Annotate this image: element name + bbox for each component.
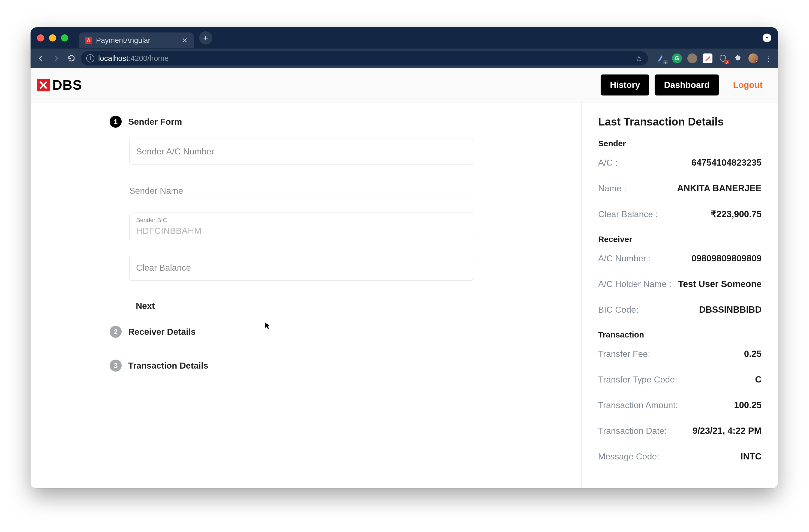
last-transaction-panel: Last Transaction Details Sender A/C : 64… [582, 102, 778, 488]
kv-transfer-fee: Transfer Fee: 0.25 [598, 349, 761, 359]
page-content: DBS History Dashboard Logout 1 Sender Fo… [31, 68, 778, 488]
window-fullscreen-icon[interactable] [61, 34, 68, 41]
value: 9/23/21, 4:22 PM [692, 426, 761, 436]
titlebar: A PaymentAngular ✕ + [31, 27, 778, 49]
sender-section-label: Sender [598, 139, 761, 148]
step-body: Sender BIC HDFCINBBAHM Next [116, 133, 568, 326]
sender-name-field[interactable] [129, 178, 473, 199]
main-content: 1 Sender Form Sender BIC HDFCINBBAHM [31, 102, 778, 488]
value: ANKITA BANERJEE [677, 183, 761, 193]
extension-badge: 0 [724, 60, 729, 64]
tab-close-icon[interactable]: ✕ [182, 36, 188, 45]
sender-name-input[interactable] [129, 186, 473, 196]
app-header: DBS History Dashboard Logout [31, 68, 778, 102]
extension-icon[interactable]: 7 [657, 53, 667, 63]
label: A/C Number : [598, 254, 651, 263]
step-sender-form[interactable]: 1 Sender Form [110, 116, 568, 128]
step-number: 1 [110, 116, 122, 128]
logout-link[interactable]: Logout [724, 80, 771, 90]
value: 64754104823235 [691, 157, 761, 168]
kv-transfer-type: Transfer Type Code: C [598, 374, 761, 385]
step-transaction-details[interactable]: 3 Transaction Details [110, 360, 568, 372]
label: Transaction Amount: [598, 400, 678, 410]
value: Test User Someone [678, 279, 761, 289]
bookmark-star-icon[interactable]: ☆ [635, 54, 643, 63]
value: 100.25 [734, 400, 761, 410]
value: INTC [741, 451, 761, 462]
kv-transaction-date: Transaction Date: 9/23/21, 4:22 PM [598, 426, 761, 436]
extension-circle-icon[interactable] [687, 53, 697, 63]
step-label: Transaction Details [128, 361, 208, 371]
step-number: 2 [110, 326, 122, 338]
grammarly-icon[interactable]: G [672, 53, 682, 63]
forward-icon[interactable] [50, 52, 62, 64]
step-label: Receiver Details [128, 327, 195, 337]
kebab-menu-icon[interactable]: ⋮ [764, 53, 774, 63]
label: Clear Balance : [598, 209, 658, 219]
value: ₹223,900.75 [711, 209, 761, 219]
profile-avatar-icon[interactable]: 0 [748, 53, 758, 63]
sender-ac-field[interactable] [129, 139, 473, 165]
browser-window: A PaymentAngular ✕ + i localhost:4200/ho… [31, 27, 778, 488]
kv-sender-ac: A/C : 64754104823235 [598, 157, 761, 168]
kv-message-code: Message Code: INTC [598, 451, 761, 462]
kv-receiver-holder: A/C Holder Name : Test User Someone [598, 279, 761, 289]
sender-bic-field: Sender BIC HDFCINBBAHM [129, 212, 473, 241]
kv-sender-balance: Clear Balance : ₹223,900.75 [598, 209, 761, 219]
dashboard-button[interactable]: Dashboard [655, 74, 719, 96]
label: BIC Code: [598, 305, 638, 315]
back-icon[interactable] [35, 52, 47, 64]
address-bar: i localhost:4200/home ☆ 7 G 0 [31, 49, 778, 68]
reload-icon[interactable] [66, 52, 78, 64]
clear-balance-input[interactable] [136, 263, 466, 273]
site-info-icon[interactable]: i [86, 54, 94, 63]
label: Message Code: [598, 451, 659, 462]
chevron-down-icon[interactable] [763, 34, 771, 42]
history-button[interactable]: History [601, 74, 649, 96]
step-label: Sender Form [128, 117, 182, 127]
extension-square-icon[interactable] [703, 53, 712, 63]
extensions-puzzle-icon[interactable] [733, 53, 743, 63]
label: A/C Holder Name : [598, 279, 672, 289]
panel-title: Last Transaction Details [598, 116, 761, 128]
kv-receiver-bic: BIC Code: DBSSINBBIBD [598, 305, 761, 315]
kv-sender-name: Name : ANKITA BANERJEE [598, 183, 761, 193]
stepper-form: 1 Sender Form Sender BIC HDFCINBBAHM [31, 102, 582, 488]
label: Transaction Date: [598, 426, 667, 436]
sender-bic-label: Sender BIC [136, 217, 466, 224]
angular-favicon-icon: A [85, 37, 92, 44]
value: C [755, 374, 761, 385]
step-number: 3 [110, 360, 122, 372]
label: Transfer Fee: [598, 349, 650, 359]
browser-tab[interactable]: A PaymentAngular ✕ [79, 33, 194, 48]
label: A/C : [598, 158, 618, 168]
sender-ac-input[interactable] [136, 147, 466, 157]
receiver-section-label: Receiver [598, 235, 761, 244]
step-connector [116, 343, 568, 360]
tab-title: PaymentAngular [96, 36, 151, 45]
window-minimize-icon[interactable] [49, 34, 56, 41]
step-receiver-details[interactable]: 2 Receiver Details [110, 326, 568, 338]
extension-badge: 7 [664, 60, 668, 64]
sender-bic-value: HDFCINBBAHM [136, 226, 466, 236]
brand[interactable]: DBS [37, 77, 82, 93]
clear-balance-field[interactable] [129, 255, 473, 281]
value: 09809809809809 [691, 253, 761, 263]
window-controls [37, 34, 68, 41]
transaction-section-label: Transaction [598, 330, 761, 339]
url-field[interactable]: i localhost:4200/home ☆ [81, 51, 648, 66]
new-tab-button[interactable]: + [199, 31, 212, 45]
next-button[interactable]: Next [134, 297, 157, 315]
extension-shield-icon[interactable]: 0 [718, 53, 728, 63]
cursor-icon [264, 322, 271, 331]
label: Transfer Type Code: [598, 375, 677, 385]
avatar-badge: 0 [755, 60, 758, 63]
kv-transaction-amount: Transaction Amount: 100.25 [598, 400, 761, 410]
url-text: localhost:4200/home [98, 54, 169, 63]
label: Name : [598, 183, 626, 193]
window-close-icon[interactable] [37, 34, 44, 41]
kv-receiver-ac: A/C Number : 09809809809809 [598, 253, 761, 263]
value: 0.25 [744, 349, 761, 359]
value: DBSSINBBIBD [699, 305, 761, 315]
toolbar-right: 7 G 0 0 ⋮ [651, 53, 774, 63]
